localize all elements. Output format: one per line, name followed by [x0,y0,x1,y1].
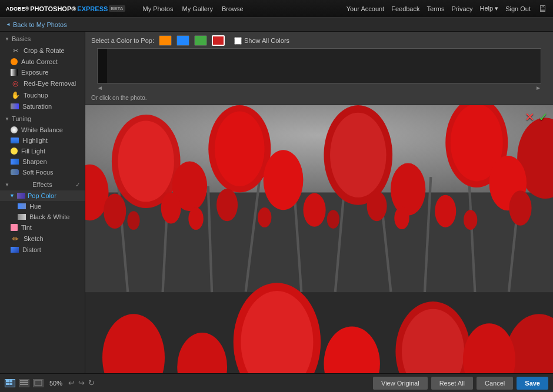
swatch-red[interactable] [212,35,225,46]
svg-rect-50 [6,380,9,382]
effects-section-header[interactable]: Effects ✓ [0,177,85,190]
svg-rect-57 [35,380,42,386]
sketch-icon: ✏ [11,234,20,243]
express-label: EXPRESS [77,5,108,12]
basics-section-header[interactable]: Basics [0,32,85,45]
rotate-button[interactable]: ↻ [88,378,95,387]
nav-sign-out[interactable]: Sign Out [505,5,531,12]
auto-correct-icon [11,58,18,65]
show-all-input[interactable] [234,37,242,45]
chevron-down-icon: ▼ [9,193,15,199]
bw-icon [18,214,26,220]
nav-my-gallery[interactable]: My Gallery [182,5,213,12]
view-original-button[interactable]: View Original [373,377,428,390]
tuning-section-header[interactable]: Tuning [0,112,85,125]
monitor-icon: 🖥 [538,4,547,14]
undo-button[interactable]: ↩ [68,378,75,387]
sidebar-item-black-white[interactable]: Black & White [0,212,85,222]
pop-color-icon [17,193,25,199]
app-logo: ADOBE® PHOTOSHOP® EXPRESS BETA [6,5,125,12]
bottom-bar: 50% ↩ ↪ ↻ View Original Reset All Cancel… [0,373,553,392]
view-icon-2[interactable] [19,379,29,387]
svg-point-37 [258,207,271,227]
sidebar-item-highlight[interactable]: Highlight [0,135,85,146]
nav-your-account[interactable]: Your Account [347,5,384,12]
sidebar-item-fill-light[interactable]: Fill Light [0,146,85,156]
nav-help[interactable]: Help ▾ [480,5,499,12]
back-to-photos-link[interactable]: Back to My Photos [6,21,67,28]
distort-icon [11,247,19,253]
nav-feedback[interactable]: Feedback [391,5,419,12]
exposure-icon [11,69,18,76]
svg-point-36 [188,207,203,230]
effects-check: ✓ [75,182,80,188]
sidebar-item-white-balance[interactable]: White Balance [0,125,85,135]
svg-point-38 [327,210,339,229]
sidebar-item-distort[interactable]: Distort [0,244,85,255]
image-area[interactable]: ✕ ✓ [85,105,553,373]
cancel-button[interactable]: Cancel [477,377,513,390]
highlight-icon [11,138,19,143]
view-icon-1[interactable] [5,379,15,387]
reset-all-button[interactable]: Reset All [431,377,473,390]
sidebar-item-pop-color[interactable]: ▼ Pop Color [0,190,85,201]
zoom-level: 50% [49,380,62,387]
swatch-orange[interactable] [159,35,172,46]
swatch-blue[interactable] [176,35,189,46]
nav-my-photos[interactable]: My Photos [143,5,174,12]
list-view-icon [20,380,28,386]
sidebar-item-touchup[interactable]: ✋ Touchup [0,89,85,101]
svg-point-34 [509,190,531,225]
save-button[interactable]: Save [517,377,548,390]
color-strip-container: ◄ ► [97,48,541,91]
sharpen-icon [11,159,19,165]
sidebar-item-saturation[interactable]: Saturation [0,101,85,112]
color-strip[interactable] [97,48,541,83]
strip-nav-left[interactable]: ◄ [97,85,103,91]
confirm-edit-icon[interactable]: ✓ [538,110,548,124]
sidebar-item-sharpen[interactable]: Sharpen [0,156,85,167]
sidebar-item-exposure[interactable]: Exposure [0,67,85,78]
svg-point-25 [264,150,304,210]
strip-nav-right[interactable]: ► [535,85,541,91]
nav-terms[interactable]: Terms [427,5,444,12]
svg-point-32 [367,191,387,221]
sidebar-item-red-eye[interactable]: ◎ Red-Eye Removal [0,78,85,89]
swatch-green[interactable] [194,35,207,46]
svg-rect-54 [20,380,28,381]
sidebar-item-hue[interactable]: Hue [0,201,85,212]
crop-icon: ✂ [11,46,20,55]
photoshop-label: PHOTOSHOP® [30,5,76,12]
image-action-buttons: ✕ ✓ [525,110,548,124]
sidebar-item-auto-correct[interactable]: Auto Correct [0,56,85,67]
color-bar-top: Select a Color to Pop: Show All Colors [91,35,547,46]
svg-rect-52 [6,383,9,385]
click-photo-label: Or click on the photo. [91,95,547,101]
svg-point-40 [464,210,477,230]
sidebar: Basics ✂ Crop & Rotate Auto Correct Expo… [0,32,85,373]
redeye-icon: ◎ [11,79,20,88]
show-all-colors-checkbox[interactable]: Show All Colors [234,37,289,45]
color-picker-bar: Select a Color to Pop: Show All Colors [85,32,553,105]
single-view-icon [34,380,42,386]
redo-button[interactable]: ↪ [78,378,85,387]
sidebar-item-tint[interactable]: Tint [0,222,85,233]
svg-point-17 [215,112,265,186]
cancel-edit-icon[interactable]: ✕ [525,110,535,124]
nav-privacy[interactable]: Privacy [451,5,472,12]
view-icon-3[interactable] [33,379,44,387]
main-photo [85,105,553,373]
svg-point-28 [104,194,126,229]
svg-rect-53 [9,383,12,385]
grid-view-icon [6,380,14,386]
sidebar-item-sketch[interactable]: ✏ Sketch [0,233,85,244]
sidebar-item-crop-rotate[interactable]: ✂ Crop & Rotate [0,45,85,56]
svg-point-26 [391,163,425,216]
content-area: Select a Color to Pop: Show All Colors [85,32,553,373]
sidebar-item-soft-focus[interactable]: Soft Focus [0,167,85,177]
svg-point-31 [303,193,325,227]
white-balance-icon [11,126,18,133]
color-thumb-16[interactable] [106,49,107,83]
nav-browse[interactable]: Browse [222,5,244,12]
adobe-label: ADOBE® [6,6,29,12]
